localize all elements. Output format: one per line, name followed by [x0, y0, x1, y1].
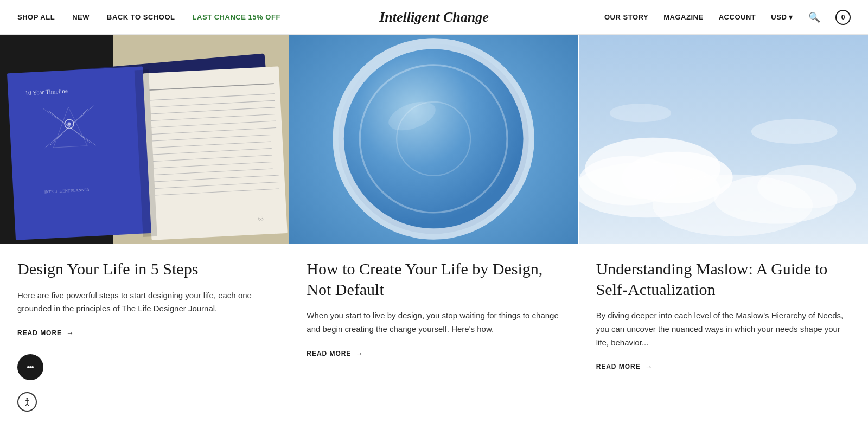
article-1-excerpt: Here are five powerful steps to start de… — [17, 289, 271, 316]
article-3-content: Understanding Maslow: A Guide to Self-Ac… — [579, 259, 868, 371]
search-icon[interactable]: 🔍 — [808, 11, 820, 23]
main-nav: SHOP ALL NEW BACK TO SCHOOL LAST CHANCE … — [0, 0, 868, 35]
nav-back-to-school[interactable]: BACK TO SCHOOL — [107, 13, 175, 21]
nav-left: SHOP ALL NEW BACK TO SCHOOL LAST CHANCE … — [17, 13, 280, 21]
svg-point-50 — [27, 366, 29, 368]
site-logo[interactable]: Intelligent Change — [379, 9, 489, 25]
article-2: How to Create Your Life by Design, Not D… — [289, 35, 578, 393]
article-3-image — [579, 35, 868, 244]
article-3: Understanding Maslow: A Guide to Self-Ac… — [579, 35, 868, 393]
article-3-title: Understanding Maslow: A Guide to Self-Ac… — [596, 259, 851, 299]
article-2-read-more[interactable]: READ MORE — [307, 349, 363, 358]
article-1-read-more[interactable]: READ MORE — [17, 329, 74, 337]
article-2-title: How to Create Your Life by Design, Not D… — [307, 259, 560, 299]
svg-point-49 — [609, 104, 671, 122]
svg-rect-5 — [143, 66, 287, 240]
nav-new[interactable]: NEW — [72, 13, 90, 21]
chat-button[interactable] — [17, 354, 43, 380]
article-3-excerpt: By diving deeper into each level of the … — [596, 309, 851, 349]
article-1-content: Design Your Life in 5 Steps Here are fiv… — [0, 259, 289, 337]
article-1-title: Design Your Life in 5 Steps — [17, 259, 271, 279]
article-1: 10 Year Timeline INTELLIGENT PLANNER — [0, 35, 289, 393]
nav-magazine[interactable]: MAGAZINE — [663, 13, 704, 21]
nav-right: OUR STORY MAGAZINE ACCOUNT USD ▾ 🔍 0 — [604, 10, 851, 25]
nav-promo[interactable]: LAST CHANCE 15% OFF — [193, 13, 280, 21]
svg-text:63: 63 — [258, 216, 264, 221]
svg-point-48 — [751, 119, 837, 144]
nav-our-story[interactable]: OUR STORY — [604, 13, 648, 21]
articles-grid: 10 Year Timeline INTELLIGENT PLANNER — [0, 35, 868, 393]
article-2-image — [289, 35, 578, 244]
nav-usd-dropdown[interactable]: USD ▾ — [771, 13, 793, 21]
svg-point-51 — [29, 366, 31, 368]
cart-button[interactable]: 0 — [835, 10, 851, 25]
article-2-content: How to Create Your Life by Design, Not D… — [289, 259, 578, 358]
article-1-image: 10 Year Timeline INTELLIGENT PLANNER — [0, 35, 289, 244]
articles-section: 10 Year Timeline INTELLIGENT PLANNER — [0, 35, 868, 393]
article-2-excerpt: When you start to live by design, you st… — [307, 309, 560, 336]
svg-point-52 — [31, 366, 34, 368]
article-3-read-more[interactable]: READ MORE — [596, 362, 653, 371]
nav-account[interactable]: ACCOUNT — [719, 13, 756, 21]
nav-shop-all[interactable]: SHOP ALL — [17, 13, 55, 21]
svg-point-47 — [653, 175, 813, 236]
